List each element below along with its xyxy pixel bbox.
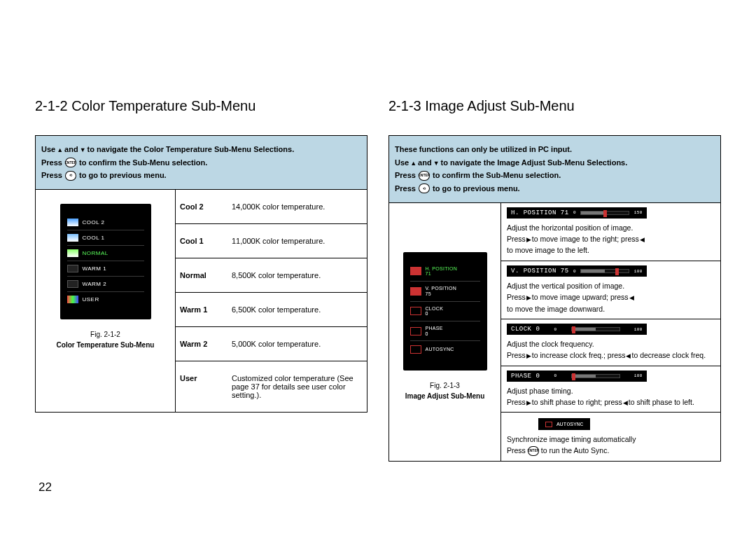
down-arrow-icon — [80, 143, 86, 156]
up-arrow-icon — [410, 156, 416, 169]
enter-button-icon: ENTER — [65, 158, 76, 167]
bar-knob — [603, 210, 607, 217]
content-table-image-adjust: H. POSITION71 V. POSITION75 CLOCK0 PHASE… — [388, 203, 721, 462]
instr-text: to confirm the Sub-Menu selection. — [79, 156, 207, 169]
color-swatch-icon — [67, 280, 78, 288]
instr-text: to go to previous menu. — [79, 169, 167, 182]
table-row: UserCustomized color temperature (See pa… — [176, 361, 367, 412]
detail-text: Synchronize image timing automatically — [507, 434, 715, 445]
osd-label: NORMAL — [83, 250, 108, 256]
bar-knob — [615, 268, 619, 275]
instr-text: Press — [41, 169, 62, 182]
osd-menu-image-adjust: H. POSITION71 V. POSITION75 CLOCK0 PHASE… — [403, 252, 487, 371]
row-label: Cool 1 — [176, 224, 230, 258]
detail-phase: PHASE 0 0 100 Adjust phase timing. Press… — [501, 366, 720, 413]
osd-label: WARM 1 — [83, 265, 107, 272]
detail-autosync: AUTOSYNC Synchronize image timing automa… — [501, 413, 720, 461]
instructions-image-adjust: These functions can only be utilized in … — [388, 135, 721, 203]
figure-number: Fig. 2-1-2 — [41, 331, 169, 338]
bar-label: PHASE 0 — [511, 373, 540, 380]
bar-max: 100 — [634, 327, 643, 332]
table-row: Normal8,500K color temperature. — [176, 258, 367, 293]
left-arrow-icon — [623, 397, 628, 408]
detail-text: Press — [507, 234, 526, 245]
osd-item-warm1: WARM 1 — [67, 261, 144, 277]
table-row: Warm 25,000K color temperature. — [176, 327, 367, 361]
osd-value: 71 — [426, 271, 458, 277]
row-desc: 6,500K color temperature. — [230, 293, 367, 326]
bar-track — [571, 327, 620, 331]
osd-item-vposition: V. POSITION75 — [410, 282, 480, 301]
menu-button-icon: ⟲ — [419, 184, 430, 193]
instr-text: to go to previous menu. — [433, 182, 520, 195]
menu-button-icon: ⟲ — [65, 171, 76, 181]
row-desc: 14,000K color temperature. — [230, 190, 367, 223]
detail-text: Adjust the vertical position of image. — [507, 281, 715, 292]
row-desc: Customized color temperature (See page 3… — [230, 361, 367, 412]
bar-knob — [572, 326, 575, 333]
osd-item-phase: PHASE0 — [410, 321, 480, 341]
osd-item-clock: CLOCK0 — [410, 302, 480, 321]
detail-text: to decrease clock freq. — [631, 350, 706, 361]
bar-knob — [572, 373, 575, 380]
table-row: Cool 214,000K color temperature. — [176, 190, 367, 224]
osd-item-user: USER — [67, 292, 144, 307]
color-swatch-icon — [67, 296, 78, 303]
heading-color-temp: 2-1-2 Color Temperature Sub-Menu — [35, 98, 368, 114]
osd-label: CLOCK — [426, 306, 444, 312]
bar-track — [571, 374, 620, 378]
instr-text: Use — [41, 143, 55, 156]
autosync-label: AUTOSYNC — [556, 421, 583, 427]
row-desc: 11,000K color temperature. — [230, 224, 367, 258]
bar-label: V. POSITION 75 — [511, 268, 569, 275]
bar-min: 0 — [573, 210, 576, 215]
slider-icon — [410, 267, 421, 275]
down-arrow-icon — [433, 156, 440, 169]
row-label: Warm 2 — [176, 327, 230, 361]
detail-text: Adjust the clock frequency. — [507, 339, 715, 350]
column-color-temperature: 2-1-2 Color Temperature Sub-Menu Use and… — [35, 98, 368, 462]
detail-hposition: H. POSITION 71 0 150 Adjust the horizont… — [501, 203, 720, 261]
osd-item-hposition: H. POSITION71 — [410, 262, 480, 282]
slider-icon — [410, 307, 421, 315]
osd-item-normal: NORMAL — [67, 246, 144, 261]
detail-text: Press — [507, 397, 526, 408]
sync-icon — [410, 345, 421, 354]
figure-title: Color Temperature Sub-Menu — [57, 341, 155, 349]
detail-text: Adjust the horizontal position of image. — [507, 223, 715, 234]
detail-text: Press — [507, 292, 526, 303]
color-swatch-icon — [67, 249, 78, 257]
bar-max: 100 — [634, 373, 643, 378]
figure-cell: COOL 2 COOL 1 NORMAL WARM 1 — [36, 190, 176, 412]
figure-number: Fig. 2-1-3 — [395, 382, 495, 389]
bar-min: 0 — [573, 269, 576, 274]
value-bar-phase: PHASE 0 0 100 — [507, 371, 647, 382]
osd-label: PHASE — [426, 326, 443, 331]
osd-item-autosync: AUTOSYNC — [410, 341, 480, 358]
left-arrow-icon — [626, 350, 631, 361]
osd-label: WARM 2 — [83, 281, 107, 287]
right-arrow-icon — [526, 234, 531, 245]
color-swatch-icon — [67, 265, 78, 272]
right-arrow-icon — [526, 292, 531, 303]
description-table: Cool 214,000K color temperature. Cool 11… — [176, 190, 367, 412]
instr-text: Press — [41, 156, 62, 169]
instr-text: and — [418, 156, 432, 169]
osd-item-warm2: WARM 2 — [67, 277, 144, 292]
detail-text: to move image to the right; press — [532, 234, 639, 245]
bar-track — [580, 269, 629, 273]
osd-label: V. POSITION — [426, 286, 457, 291]
detail-text: Press — [507, 445, 526, 457]
color-swatch-icon — [67, 234, 78, 242]
left-arrow-icon — [629, 292, 634, 303]
instr-text: Press — [395, 169, 416, 182]
bar-label: H. POSITION 71 — [511, 209, 569, 216]
instr-text: These functions can only be utilized in … — [395, 143, 572, 156]
detail-text: to increase clock freq.; press — [532, 350, 626, 361]
osd-value: 0 — [426, 331, 443, 337]
figure-caption: Fig. 2-1-3 Image Adjust Sub-Menu — [395, 382, 495, 400]
table-row: Cool 111,000K color temperature. — [176, 224, 367, 258]
right-arrow-icon — [526, 350, 531, 361]
instr-text: to navigate the Color Temperature Sub-Me… — [88, 143, 295, 156]
detail-text: to move image to the left. — [507, 245, 589, 256]
